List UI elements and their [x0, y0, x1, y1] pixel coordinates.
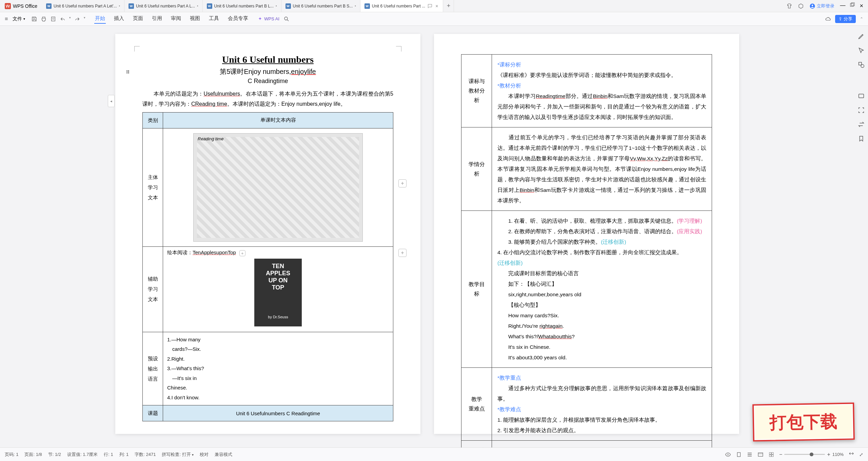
expand-icon[interactable]: ⤢	[859, 452, 863, 457]
intro-paragraph: 本单元的话题定为：Usefulnumbers。在本话题下，将本单元分为五个课时，…	[142, 89, 393, 109]
ribbon-collapse-icon[interactable]: ⌃	[860, 17, 863, 21]
view-page-icon[interactable]	[736, 452, 742, 458]
wps-ai-button[interactable]: WPS AI	[258, 16, 279, 21]
status-proof[interactable]: 校对	[200, 452, 209, 458]
svg-point-17	[727, 454, 729, 455]
file-menu[interactable]: 文件 ▾	[10, 15, 28, 23]
content-table: 类别单课时文本内容 主体 学习 文本 Reading time + 辅助 学习 …	[142, 112, 393, 422]
titlebar-right: 立即登录 — ×	[786, 2, 868, 9]
zoom-out-button[interactable]: −	[779, 452, 782, 458]
new-tab-button[interactable]: +	[443, 0, 454, 12]
ribbon-tab-insert[interactable]: 插入	[113, 14, 125, 24]
svg-point-8	[127, 70, 127, 71]
redo-icon[interactable]	[74, 16, 80, 22]
transfer-icon[interactable]	[857, 121, 865, 128]
status-row: 行: 1	[104, 452, 113, 458]
ribbon-tab-review[interactable]: 审阅	[170, 14, 182, 24]
doc-icon: W	[285, 3, 291, 9]
svg-rect-21	[772, 453, 773, 454]
document-canvas[interactable]: ◂ Unit 6 Useful numbers 第5课时Enjoy number…	[0, 26, 854, 447]
zoom-slider[interactable]	[784, 454, 825, 455]
select-icon[interactable]	[857, 47, 865, 54]
undo-icon[interactable]	[60, 16, 66, 22]
document-tabs: WUnit 6 Useful numbers Part A Let'...• W…	[42, 0, 454, 12]
zoom-in-button[interactable]: +	[827, 452, 830, 458]
card-icon[interactable]	[857, 92, 865, 100]
ribbon-tab-page[interactable]: 页面	[132, 14, 144, 24]
ai-sparkle-icon	[258, 17, 262, 21]
ribbon-tab-tools[interactable]: 工具	[208, 14, 220, 24]
svg-rect-16	[859, 94, 864, 98]
ribbon-tab-start[interactable]: 开始	[94, 14, 106, 24]
svg-point-10	[127, 72, 127, 72]
status-page-no[interactable]: 页码: 1	[5, 452, 18, 458]
print-icon[interactable]	[41, 16, 47, 22]
doc-icon: W	[46, 3, 52, 9]
outline-toggle[interactable]: ◂	[108, 95, 115, 107]
tab-0[interactable]: WUnit 6 Useful numbers Part A Let'...•	[42, 0, 124, 12]
tab-1[interactable]: WUnit 6 Useful numbers Part A L...•	[124, 0, 203, 12]
hamburger-icon[interactable]: ≡	[5, 16, 8, 22]
r2-label: 学情分析	[461, 127, 492, 211]
add-comment-button[interactable]: +	[398, 179, 407, 187]
status-spellcheck[interactable]: 拼写检查: 打开 ▾	[162, 452, 194, 458]
tab-2[interactable]: WUnit 6 Useful numbers Part B L...•	[203, 0, 281, 12]
bookmark-icon[interactable]	[857, 135, 865, 142]
th-category: 类别	[143, 112, 163, 128]
r1-content: *课标分析 《课程标准》要求学生能认读所学词语；能读懂教材中简短的要求或指令。 …	[492, 55, 712, 127]
tab-4[interactable]: WUnit 6 Useful numbers Part ... ×	[360, 0, 443, 12]
status-page-count[interactable]: 页面: 1/8	[24, 452, 42, 458]
svg-point-12	[127, 73, 127, 73]
svg-point-2	[812, 4, 813, 6]
edit-icon[interactable]	[857, 33, 865, 40]
title-bar: WPS Office WUnit 6 Useful numbers Part A…	[0, 0, 868, 12]
doc-icon: W	[207, 3, 212, 9]
save-icon[interactable]	[31, 16, 37, 22]
hexagon-icon[interactable]	[798, 3, 804, 9]
status-section: 节: 1/2	[48, 452, 61, 458]
ribbon-tab-member[interactable]: 会员专享	[227, 14, 249, 24]
add-comment-button[interactable]: +	[398, 249, 407, 257]
view-web-icon[interactable]	[757, 452, 764, 458]
close-icon[interactable]: ×	[435, 3, 439, 9]
search-icon[interactable]	[283, 16, 290, 22]
window-controls: — ×	[840, 2, 863, 9]
row-main-text: Reading time +	[163, 128, 393, 246]
close-window-icon[interactable]: ×	[860, 2, 863, 9]
svg-rect-18	[737, 453, 741, 457]
shape-icon[interactable]	[857, 61, 865, 68]
view-grid-icon[interactable]	[768, 452, 774, 458]
zoom-value[interactable]: 110%	[832, 452, 844, 457]
svg-point-13	[128, 73, 129, 73]
view-outline-icon[interactable]	[747, 452, 753, 458]
fit-width-icon[interactable]	[848, 452, 854, 458]
login-button[interactable]: 立即登录	[809, 3, 834, 9]
r5-content: 教师准备多媒体、单词卡片、PPT。	[492, 441, 712, 448]
undo-dropdown[interactable]: ▾	[69, 16, 71, 22]
insert-button[interactable]: +	[239, 250, 245, 256]
status-compat: 兼容模式	[215, 452, 232, 458]
ribbon-tab-reference[interactable]: 引用	[151, 14, 163, 24]
svg-rect-5	[52, 17, 55, 21]
feedback-icon[interactable]	[427, 3, 433, 9]
page-1: ◂ Unit 6 Useful numbers 第5课时Enjoy number…	[115, 34, 420, 434]
view-eye-icon[interactable]	[725, 452, 731, 458]
minimize-icon[interactable]: —	[840, 2, 845, 9]
download-badge[interactable]: 打包下载	[752, 402, 855, 441]
r2-content: 通过前五个单元的学习，学生们已经培养了学习英语的兴趣并掌握了部分英语表达。通过本…	[492, 127, 712, 211]
row-main-text-label: 主体 学习 文本	[143, 128, 163, 246]
scan-icon[interactable]	[857, 106, 865, 114]
cloud-icon[interactable]	[825, 16, 831, 22]
ribbon-tab-view[interactable]: 视图	[189, 14, 201, 24]
svg-rect-4	[851, 3, 854, 6]
r3-label: 教学目标	[461, 211, 492, 368]
tab-3[interactable]: WUnit 6 Useful numbers Part B S...•	[281, 0, 360, 12]
maximize-icon[interactable]	[850, 2, 855, 9]
share-button[interactable]: ⇪分享	[835, 15, 856, 23]
doc-title: Unit 6 Useful numbers	[142, 54, 393, 65]
drag-handle-icon[interactable]	[125, 69, 130, 74]
print-preview-icon[interactable]	[50, 16, 56, 22]
status-word-count[interactable]: 字数: 2471	[135, 452, 156, 458]
skin-icon[interactable]	[786, 3, 792, 9]
redo-dropdown[interactable]: ▾	[84, 16, 85, 22]
